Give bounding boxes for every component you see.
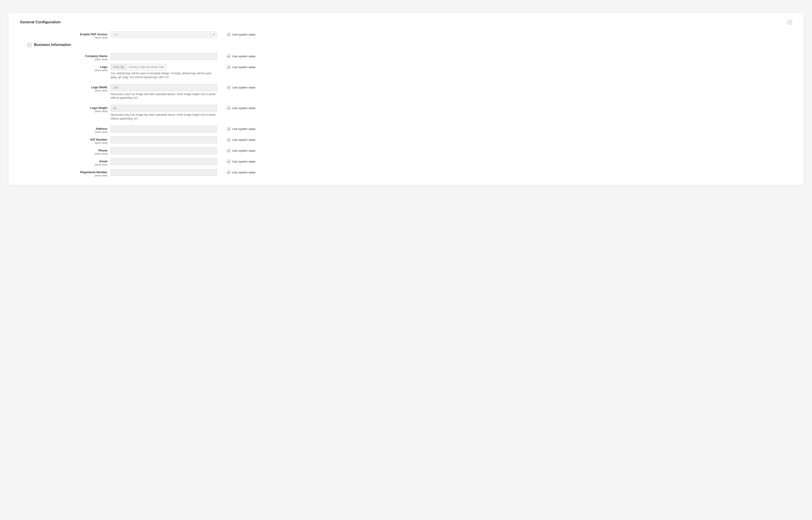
field-hint: Necessary only if an image has been uplo…	[110, 93, 217, 100]
field-scope: [store view]	[20, 89, 107, 92]
file-status-text: Không có tệp nào được chọn	[127, 66, 166, 69]
field-scope: [store view]	[20, 58, 107, 61]
field-label: Logo	[20, 65, 107, 69]
field-logo: Logo [store view] Chọn tệp Không có tệp …	[20, 64, 792, 79]
control-col: Necessary only if an image has been uplo…	[110, 105, 217, 121]
check-icon	[227, 33, 230, 36]
use-system-checkbox[interactable]	[227, 33, 230, 36]
field-email: Email [store view] Use system value	[20, 158, 792, 166]
file-choose-button[interactable]: Chọn tệp	[111, 64, 127, 70]
company-name-input[interactable]	[110, 53, 217, 60]
registered-number-input[interactable]	[110, 169, 217, 176]
use-system-label: Use system value	[232, 171, 255, 174]
check-icon	[227, 138, 230, 141]
check-icon	[227, 107, 230, 109]
control-col	[110, 126, 217, 132]
system-col: Use system value	[217, 105, 255, 110]
panel-header: General Configuration	[20, 20, 792, 24]
chevron-up-icon	[789, 21, 791, 23]
field-scope: [store view]	[20, 152, 107, 155]
system-col: Use system value	[217, 158, 255, 163]
field-scope: [store view]	[20, 163, 107, 166]
label-col: Enable PDF Invoice [store view]	[20, 31, 110, 39]
use-system-checkbox[interactable]	[227, 66, 230, 69]
email-input[interactable]	[110, 158, 217, 165]
use-system-checkbox[interactable]	[227, 171, 230, 174]
field-company-name: Company Name [store view] Use system val…	[20, 53, 792, 61]
use-system-checkbox[interactable]	[227, 149, 230, 152]
logo-height-input[interactable]	[110, 105, 217, 112]
field-enable-pdf-invoice: Enable PDF Invoice [store view] Yes Use …	[20, 31, 792, 39]
check-icon	[227, 66, 230, 68]
field-label: Phone	[20, 149, 107, 152]
system-col: Use system value	[217, 84, 255, 89]
use-system-checkbox[interactable]	[227, 127, 230, 131]
subsection-title: Business Information	[34, 43, 71, 47]
field-label: Enable PDF Invoice	[20, 33, 107, 36]
control-col	[110, 53, 217, 60]
logo-width-input[interactable]	[110, 84, 217, 91]
enable-pdf-select[interactable]: Yes	[110, 31, 217, 38]
label-col: Email [store view]	[20, 158, 110, 166]
field-scope: [store view]	[20, 110, 107, 112]
use-system-checkbox[interactable]	[227, 55, 230, 58]
check-icon	[227, 149, 230, 152]
use-system-label: Use system value	[232, 160, 255, 163]
use-system-label: Use system value	[232, 149, 255, 152]
use-system-label: Use system value	[232, 33, 255, 36]
control-col	[110, 136, 217, 143]
field-vat-number: VAT Number [store view] Use system value	[20, 136, 792, 144]
collapse-panel-button[interactable]	[788, 20, 792, 24]
use-system-label: Use system value	[232, 127, 255, 131]
field-scope: [store view]	[20, 36, 107, 39]
label-col: Phone [store view]	[20, 147, 110, 155]
field-hint: Necessary only if an image has been uplo…	[110, 113, 217, 121]
label-col: Logo Height [store view]	[20, 105, 110, 112]
field-scope: [store view]	[20, 174, 107, 177]
check-icon	[227, 86, 230, 89]
label-col: Company Name [store view]	[20, 53, 110, 61]
use-system-checkbox[interactable]	[227, 160, 230, 163]
use-system-checkbox[interactable]	[227, 106, 230, 110]
field-logo-width: Logo Width [store view] Necessary only i…	[20, 84, 792, 100]
check-icon	[227, 55, 230, 57]
control-col: Yes	[110, 31, 217, 38]
use-system-checkbox[interactable]	[227, 138, 230, 141]
label-col: Registered Number [store view]	[20, 169, 110, 177]
file-picker: Chọn tệp Không có tệp nào được chọn	[110, 64, 167, 70]
field-logo-height: Logo Height [store view] Necessary only …	[20, 105, 792, 121]
field-scope: [store view]	[20, 131, 107, 133]
label-col: VAT Number [store view]	[20, 136, 110, 144]
check-icon	[227, 128, 230, 130]
use-system-label: Use system value	[232, 55, 255, 58]
field-label: Logo Height	[20, 106, 107, 109]
control-col	[110, 147, 217, 154]
collapse-subsection-button[interactable]	[27, 43, 32, 47]
phone-input[interactable]	[110, 147, 217, 154]
system-col: Use system value	[217, 31, 255, 36]
field-registered-number: Registered Number [store view] Use syste…	[20, 169, 792, 177]
use-system-label: Use system value	[232, 138, 255, 141]
field-label: Email	[20, 160, 107, 163]
system-col: Use system value	[217, 136, 255, 141]
field-label: Address	[20, 127, 107, 130]
label-col: Logo Width [store view]	[20, 84, 110, 92]
system-col: Use system value	[217, 169, 255, 174]
panel-title: General Configuration	[20, 20, 60, 24]
business-info-header[interactable]: Business Information	[27, 43, 792, 47]
address-input[interactable]	[110, 126, 217, 132]
use-system-label: Use system value	[232, 106, 255, 110]
field-label: Logo Width	[20, 85, 107, 89]
field-scope: [store view]	[20, 69, 107, 72]
field-label: Company Name	[20, 54, 107, 58]
field-label: VAT Number	[20, 138, 107, 141]
use-system-checkbox[interactable]	[227, 86, 230, 89]
chevron-up-icon	[28, 44, 31, 46]
control-col	[110, 169, 217, 176]
config-panel: General Configuration Enable PDF Invoice…	[8, 13, 804, 185]
vat-number-input[interactable]	[110, 136, 217, 143]
use-system-label: Use system value	[232, 66, 255, 69]
label-col: Logo [store view]	[20, 64, 110, 72]
system-col: Use system value	[217, 53, 255, 58]
field-label: Registered Number	[20, 171, 107, 174]
